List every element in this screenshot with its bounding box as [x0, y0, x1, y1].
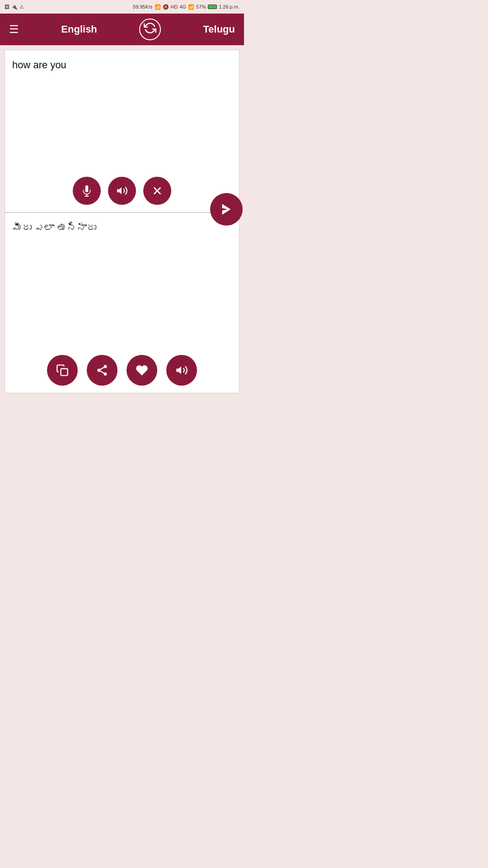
svg-line-11: [100, 368, 104, 370]
send-icon: [219, 202, 234, 217]
favorite-button[interactable]: [127, 355, 157, 386]
hd-badge: HD: [171, 4, 178, 9]
signal-4g-icon: 4G: [179, 4, 186, 9]
network-speed: 59.95K/s: [133, 4, 152, 9]
source-text-input[interactable]: how are you: [5, 50, 239, 171]
svg-marker-5: [222, 204, 231, 215]
source-speaker-button[interactable]: [108, 177, 136, 205]
image-icon: 🖼: [5, 4, 9, 9]
battery-percent: 57%: [196, 4, 206, 9]
svg-point-9: [104, 373, 107, 376]
microphone-icon: [81, 185, 93, 197]
input-section: how are you: [5, 50, 239, 212]
share-button[interactable]: [87, 355, 117, 386]
copy-button[interactable]: [47, 355, 78, 386]
copy-icon: [56, 364, 69, 377]
usb-icon: 🔌: [11, 4, 18, 10]
output-action-buttons: [5, 355, 239, 386]
svg-rect-6: [61, 369, 68, 376]
swap-languages-button[interactable]: [139, 19, 161, 40]
send-translate-button[interactable]: [210, 193, 243, 226]
swap-icon: [144, 22, 156, 37]
warning-icon: ⚠: [19, 4, 24, 10]
share-icon: [96, 364, 108, 377]
heart-icon: [136, 364, 148, 377]
output-section: మీరు ఎలా ఉన్నారు: [5, 212, 239, 393]
output-speaker-icon: [175, 364, 188, 377]
status-bar: 🖼 🔌 ⚠ 59.95K/s 📶 🔕 HD 4G 📶 57% 1:26 p.m.: [0, 0, 244, 14]
translated-text-display: మీరు ఎలా ఉన్నారు: [5, 213, 239, 348]
status-left-icons: 🖼 🔌 ⚠: [5, 4, 24, 10]
target-language-label[interactable]: Telugu: [203, 24, 235, 35]
svg-line-10: [100, 371, 104, 373]
svg-marker-12: [176, 367, 181, 374]
toolbar: ☰ English Telugu: [0, 14, 244, 45]
bottom-area: [0, 393, 244, 434]
status-right-info: 59.95K/s 📶 🔕 HD 4G 📶 57% 1:26 p.m.: [133, 4, 239, 10]
microphone-button[interactable]: [73, 177, 101, 205]
wifi-icon: 📶: [155, 4, 161, 10]
battery-icon: [208, 5, 217, 9]
clear-button[interactable]: [143, 177, 171, 205]
svg-point-8: [98, 369, 101, 372]
signal-bars-icon: 📶: [188, 4, 194, 10]
input-action-buttons: [5, 177, 239, 205]
source-language-label[interactable]: English: [61, 24, 97, 35]
speaker-icon: [116, 185, 128, 197]
output-speaker-button[interactable]: [166, 355, 197, 386]
svg-point-7: [104, 365, 107, 368]
close-icon: [151, 185, 163, 197]
svg-marker-2: [117, 187, 122, 194]
hamburger-menu-icon[interactable]: ☰: [9, 24, 19, 35]
time-display: 1:26 p.m.: [219, 4, 239, 9]
mute-icon: 🔕: [163, 4, 169, 10]
